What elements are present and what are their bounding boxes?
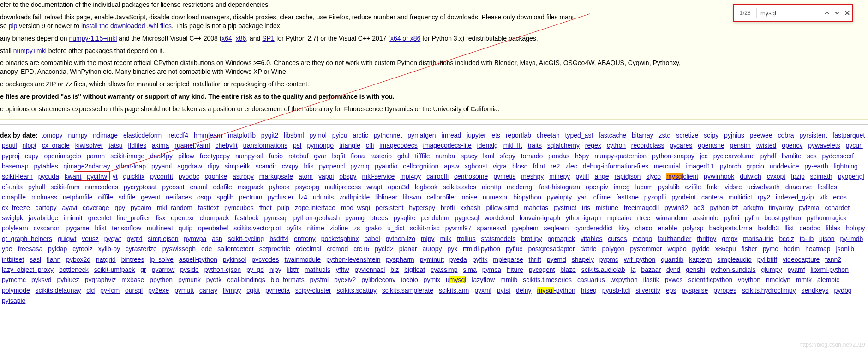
package-link[interactable]: pymedia [265, 287, 290, 294]
package-link[interactable]: eps [666, 287, 676, 294]
package-link[interactable]: scikits.samplerate [382, 287, 433, 294]
package-link[interactable]: tatsu [108, 142, 122, 149]
package-link[interactable]: asn [212, 235, 222, 242]
numpy-mkl-link[interactable]: numpy-1.15+mkl [69, 35, 117, 42]
package-link[interactable]: ffnet [259, 204, 272, 211]
package-link[interactable]: scikits.vectorplot [233, 224, 281, 232]
package-link[interactable]: nipy [269, 266, 281, 273]
package-link[interactable]: natgrid [96, 256, 116, 263]
package-link[interactable]: pyjnius [724, 132, 744, 139]
package-link[interactable]: la [631, 266, 636, 273]
package-link[interactable]: pyqt4 [126, 235, 142, 242]
package-link[interactable]: cmapfile [2, 193, 26, 201]
package-link[interactable]: cartopy [36, 204, 57, 211]
package-link[interactable]: cf-units [2, 183, 23, 191]
package-link[interactable]: cellcognition [403, 162, 438, 170]
package-link[interactable]: gdal [397, 152, 409, 160]
package-link[interactable]: pillow-simd [486, 204, 518, 211]
package-link[interactable]: entropy [294, 235, 316, 242]
package-link[interactable]: multidict [729, 193, 752, 201]
package-link[interactable]: setproctitle [259, 245, 291, 253]
package-link[interactable]: winrandom [656, 214, 687, 222]
package-link[interactable]: pgmagick [547, 235, 575, 242]
package-link[interactable]: pyside [180, 266, 198, 273]
package-link[interactable]: imagecodecs [379, 142, 418, 149]
install-whl-link[interactable]: install the downloaded .whl files [81, 22, 172, 30]
vc2008-x64-link[interactable]: x64 [221, 35, 232, 42]
vc2008-sp1-link[interactable]: SP1 [262, 35, 274, 42]
package-link[interactable]: pycryptosat [124, 183, 157, 191]
package-link[interactable]: molmass [31, 193, 57, 201]
package-link[interactable]: pyminuit [420, 256, 444, 263]
package-link[interactable]: pyhdf [760, 152, 776, 160]
package-link[interactable]: seqlearn [544, 224, 569, 232]
package-link[interactable]: pyksvd [31, 276, 52, 283]
package-link[interactable]: libtfr [287, 266, 299, 273]
package-link[interactable]: nitime [307, 224, 324, 232]
package-link[interactable]: lfdfiles [128, 142, 146, 149]
package-link[interactable]: cupy [25, 152, 39, 160]
package-link[interactable]: cftime [593, 193, 611, 201]
package-link[interactable]: pymutt [174, 287, 194, 294]
package-link[interactable]: czifile [685, 183, 701, 191]
package-link[interactable]: pysparse [682, 287, 708, 294]
package-link[interactable]: opencv [782, 142, 802, 149]
package-link[interactable]: pythonnet [374, 132, 402, 139]
package-link[interactable]: fabio [269, 152, 283, 160]
package-link[interactable]: liblas [826, 224, 840, 232]
package-link[interactable]: fastrlock [234, 214, 258, 222]
package-link[interactable]: pyamg [345, 214, 365, 222]
package-link[interactable]: openexr [171, 214, 194, 222]
package-link[interactable]: rasterio [370, 152, 392, 160]
package-link[interactable]: imaged11 [686, 162, 714, 170]
package-link[interactable]: blaze [560, 266, 575, 273]
package-link[interactable]: oiffile [98, 193, 113, 201]
package-link[interactable]: dnacurve [785, 183, 812, 191]
package-link[interactable]: x86cpu [715, 245, 736, 253]
package-link[interactable]: line_profiler [117, 214, 150, 222]
package-link[interactable]: crcmod [327, 245, 348, 253]
package-link[interactable]: pyspharm [386, 256, 414, 263]
package-link[interactable]: mkl_fft [503, 142, 522, 149]
package-link[interactable]: fastparquet [832, 132, 865, 139]
package-link[interactable]: chompack [200, 214, 229, 222]
package-link[interactable]: fdint [533, 162, 545, 170]
package-link[interactable]: gpy [114, 204, 125, 211]
package-link[interactable]: polyrxp [682, 224, 703, 232]
package-link[interactable]: bsdiff4 [269, 235, 288, 242]
package-link[interactable]: pyfm [745, 214, 759, 222]
package-link[interactable]: ta-lib [800, 235, 814, 242]
package-link[interactable]: cdecimal [296, 245, 321, 253]
package-link[interactable]: pycuda [38, 173, 59, 180]
package-link[interactable]: bazaar [641, 266, 661, 273]
package-link[interactable]: pyisapie [2, 297, 25, 304]
package-link[interactable]: ayavi [62, 204, 77, 211]
package-link[interactable]: statsmodels [481, 235, 516, 242]
package-link[interactable]: rapidjson [614, 173, 641, 180]
package-link[interactable]: zs [353, 224, 360, 232]
package-link[interactable]: cgohlke [205, 173, 227, 180]
package-link[interactable]: pyclearvolume [713, 152, 755, 160]
package-link[interactable]: pycld2 [375, 245, 393, 253]
package-link[interactable]: sasl [30, 256, 41, 263]
package-link[interactable]: quantlib [661, 256, 683, 263]
package-link[interactable]: libxml-python [810, 266, 848, 273]
package-link[interactable]: cyassimp [431, 266, 457, 273]
package-link[interactable]: scimath [810, 173, 832, 180]
package-link[interactable]: pywinpty [547, 193, 572, 201]
package-link[interactable]: quickfix [123, 173, 145, 180]
package-link[interactable]: fasttsne [616, 193, 639, 201]
package-link[interactable]: scipy [704, 132, 718, 139]
package-link[interactable]: pycosat [162, 183, 184, 191]
package-link[interactable]: openimageio [44, 152, 81, 160]
package-link[interactable]: genshi [686, 266, 705, 273]
package-link[interactable]: kwant [65, 173, 82, 180]
package-link[interactable]: hyperspy [409, 204, 435, 211]
package-link[interactable]: glumpy [761, 266, 782, 273]
package-link[interactable]: cvxcanon [34, 224, 61, 232]
package-link[interactable]: typed_ast [565, 132, 593, 139]
package-link[interactable]: faulthandler [658, 235, 691, 242]
package-link[interactable]: cairocffi [426, 173, 449, 180]
package-link[interactable]: pycvodes [251, 256, 279, 263]
package-link[interactable]: cytoolz [72, 245, 93, 253]
